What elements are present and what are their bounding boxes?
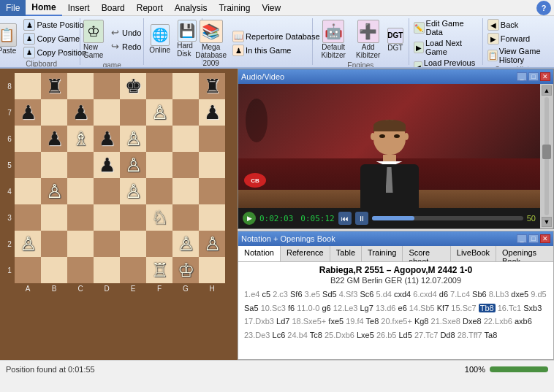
repertoire-db-button[interactable]: 📖 Repertoire Database	[231, 30, 322, 43]
board-cell[interactable]	[41, 231, 67, 257]
board-cell[interactable]	[199, 257, 225, 283]
menu-view[interactable]: View	[256, 0, 287, 16]
board-cell[interactable]: ♔	[172, 257, 199, 283]
board-cell[interactable]	[15, 73, 41, 99]
board-cell[interactable]: ♙	[120, 178, 146, 204]
online-button[interactable]: 🌐 Online	[147, 23, 172, 55]
progress-track[interactable]	[372, 216, 523, 220]
move-text[interactable]: Kg8	[414, 317, 429, 326]
notation-close-button[interactable]: ✕	[540, 234, 550, 243]
board-cell[interactable]: ♗	[67, 126, 94, 152]
load-next-game-button[interactable]: ▶ Load Next Game	[412, 38, 479, 57]
tab-training[interactable]: Training	[362, 246, 403, 261]
board-cell[interactable]	[67, 204, 94, 231]
board-cell[interactable]: ♙	[172, 231, 199, 257]
help-icon[interactable]: ?	[536, 1, 551, 15]
board-cell[interactable]	[146, 152, 172, 178]
board-cell[interactable]	[172, 126, 199, 152]
board-cell[interactable]: ♙	[41, 178, 67, 204]
move-text[interactable]: Ld7	[276, 317, 289, 326]
board-cell[interactable]	[15, 126, 41, 152]
menu-file[interactable]: File	[0, 0, 26, 16]
tab-table[interactable]: Table	[330, 246, 362, 261]
board-cell[interactable]	[172, 152, 199, 178]
move-text[interactable]: Kf7	[437, 304, 449, 312]
board-cell[interactable]: ♙	[199, 231, 225, 257]
tab-livebook[interactable]: LiveBook	[451, 246, 496, 261]
board-cell[interactable]	[120, 99, 146, 126]
move-text[interactable]: Sa5	[244, 304, 259, 312]
undo-button[interactable]: ↩ Undo	[107, 26, 143, 39]
board-cell[interactable]	[41, 152, 67, 178]
move-text[interactable]: Lc6	[273, 331, 286, 339]
board-cell[interactable]	[146, 126, 172, 152]
move-text[interactable]: f6	[288, 304, 295, 312]
board-cell[interactable]	[41, 204, 67, 231]
board-cell[interactable]: ♜	[41, 73, 67, 99]
board-cell[interactable]	[67, 73, 94, 99]
copy-position-button[interactable]: ♟ Copy Position	[22, 46, 89, 59]
rewind-button[interactable]: ⏮	[338, 212, 352, 225]
tab-openingsbook[interactable]: Openings Book	[496, 246, 553, 261]
move-text[interactable]: Sf6	[290, 290, 303, 299]
menu-analysis[interactable]: Analysis	[169, 0, 213, 16]
board-cell[interactable]	[67, 178, 94, 204]
menu-insert[interactable]: Insert	[62, 0, 96, 16]
board-cell[interactable]	[67, 257, 94, 283]
board-cell[interactable]	[199, 126, 225, 152]
move-text[interactable]: Lg7	[360, 304, 373, 312]
redo-button[interactable]: ↪ Redo	[107, 40, 143, 53]
board-cell[interactable]: ♟	[199, 99, 225, 126]
board-cell[interactable]	[120, 204, 146, 231]
copy-game-button[interactable]: ♟ Copy Game	[22, 32, 89, 45]
board-cell[interactable]: ♙	[120, 152, 146, 178]
move-text[interactable]: Sxb3	[523, 304, 542, 312]
board-cell[interactable]	[199, 204, 225, 231]
tab-scoresheet[interactable]: Score sheet	[403, 246, 450, 261]
move-text[interactable]: g6	[322, 304, 330, 312]
board-cell[interactable]	[94, 99, 120, 126]
board-cell[interactable]	[15, 178, 41, 204]
notation-minimize-button[interactable]: _	[517, 234, 527, 243]
board-cell[interactable]: ♟	[94, 126, 120, 152]
board-cell[interactable]	[94, 257, 120, 283]
move-text[interactable]: axb6	[515, 317, 532, 326]
move-text[interactable]: Ta8	[485, 331, 498, 339]
move-text[interactable]: Te8	[366, 317, 379, 326]
volume-thumb[interactable]	[542, 145, 551, 159]
highlighted-move[interactable]: Tb8	[479, 304, 496, 312]
forward-button[interactable]: ▶ Forward	[486, 32, 548, 45]
move-text[interactable]: Tc8	[310, 331, 322, 339]
board-cell[interactable]	[172, 204, 199, 231]
play-button[interactable]: ▶	[243, 212, 256, 225]
board-cell[interactable]: ♙	[120, 126, 146, 152]
tab-reference[interactable]: Reference	[281, 246, 330, 261]
move-text[interactable]: Lxe5	[357, 331, 374, 339]
board-cell[interactable]: ♚	[120, 73, 146, 99]
video-maximize-button[interactable]: □	[528, 72, 539, 81]
move-text[interactable]: Sc6	[360, 290, 373, 299]
board-cell[interactable]: ♖	[146, 257, 172, 283]
board-cell[interactable]	[146, 178, 172, 204]
in-this-game-button[interactable]: ♟ In this Game	[231, 44, 322, 57]
move-text[interactable]: cxd4	[394, 290, 411, 299]
board-cell[interactable]	[120, 231, 146, 257]
back-button[interactable]: ◀ Back	[486, 18, 548, 31]
default-kibitzer-button[interactable]: 🤖 Default Kibitzer	[316, 18, 352, 61]
video-minimize-button[interactable]: _	[517, 72, 527, 81]
move-text[interactable]: Dxe8	[463, 317, 482, 326]
move-text[interactable]: c5	[262, 290, 270, 299]
move-text[interactable]: Ld5	[399, 331, 412, 339]
board-cell[interactable]: ♜	[199, 73, 225, 99]
board-cell[interactable]	[172, 73, 199, 99]
board-cell[interactable]: ♙	[15, 231, 41, 257]
board-cell[interactable]	[199, 178, 225, 204]
volume-down-button[interactable]: ▼	[542, 217, 552, 227]
board-cell[interactable]: ♟	[15, 99, 41, 126]
menu-board[interactable]: Board	[96, 0, 131, 16]
volume-up-button[interactable]: ▲	[542, 85, 552, 96]
add-kibitzer-button[interactable]: ➕ Add Kibitzer	[354, 18, 383, 61]
menu-training[interactable]: Training	[213, 0, 256, 16]
move-text[interactable]: d6	[439, 290, 448, 299]
move-text[interactable]: e6	[398, 304, 407, 312]
